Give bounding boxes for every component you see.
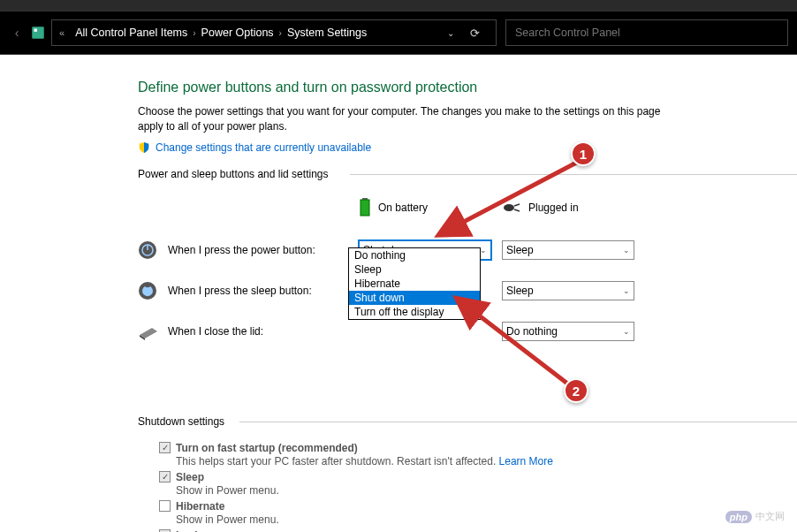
power-button-icon xyxy=(138,240,157,260)
breadcrumb-item[interactable]: System Settings xyxy=(287,27,367,39)
page-description: Choose the power settings that you want … xyxy=(138,104,668,134)
svg-rect-3 xyxy=(361,200,369,216)
refresh-icon[interactable]: ⟳ xyxy=(470,27,480,40)
breadcrumb-item[interactable]: All Control Panel Items xyxy=(75,27,187,39)
checkbox-description: This helps start your PC faster after sh… xyxy=(176,455,797,467)
main-content: Define power buttons and turn on passwor… xyxy=(0,55,797,532)
select-sleep-plugged[interactable]: Sleep⌄ xyxy=(502,281,634,300)
row-power-button: When I press the power button: xyxy=(136,230,348,270)
dropdown-option[interactable]: Do nothing xyxy=(349,248,480,262)
watermark-text: 中文网 xyxy=(755,510,785,523)
chevron-down-icon: ⌄ xyxy=(623,286,630,295)
search-input[interactable] xyxy=(515,27,778,39)
back-button[interactable]: ‹ xyxy=(9,26,25,40)
row-close-lid: When I close the lid: xyxy=(136,311,348,352)
chevron-down-icon: ⌄ xyxy=(623,327,630,336)
checkbox-label: Sleep xyxy=(176,471,204,483)
dropdown-option-selected[interactable]: Shut down xyxy=(349,291,480,305)
dropdown-option[interactable]: Hibernate xyxy=(349,277,480,291)
checkbox-label: Turn on fast startup (recommended) xyxy=(176,442,358,454)
plug-icon xyxy=(502,201,521,214)
dropdown-option[interactable]: Sleep xyxy=(349,262,480,277)
row-sleep-button: When I press the sleep button: xyxy=(136,270,348,311)
checkbox-description: Show in Power menu. xyxy=(176,484,797,497)
search-box[interactable] xyxy=(505,19,788,46)
checkbox-label: Hibernate xyxy=(176,500,224,513)
svg-point-4 xyxy=(504,204,514,211)
sleep-button-icon xyxy=(138,281,157,300)
breadcrumb-chevrons-icon: « xyxy=(59,27,65,38)
watermark-brand: php xyxy=(725,511,752,523)
change-settings-link-row: Change settings that are currently unava… xyxy=(138,141,797,154)
chevron-down-icon: ⌄ xyxy=(623,246,630,255)
dropdown-chevron-icon[interactable]: ⌄ xyxy=(447,28,454,38)
column-on-battery: On battery xyxy=(359,194,491,230)
laptop-lid-icon xyxy=(136,323,159,340)
breadcrumb[interactable]: « All Control Panel Items › Power Option… xyxy=(51,19,497,46)
dropdown-option[interactable]: Turn off the display xyxy=(349,305,480,319)
annotation-callout-2: 2 xyxy=(564,378,588,403)
battery-icon xyxy=(359,198,371,217)
checkbox-fast-startup[interactable]: ✓ xyxy=(159,442,171,453)
chevron-right-icon: › xyxy=(279,28,282,38)
checkbox-label: Lock xyxy=(176,529,201,532)
power-button-battery-dropdown[interactable]: Do nothing Sleep Hibernate Shut down Tur… xyxy=(348,247,481,320)
learn-more-link[interactable]: Learn More xyxy=(499,455,553,467)
section-shutdown-settings: Shutdown settings xyxy=(138,415,797,428)
checkbox-sleep[interactable]: ✓ xyxy=(159,471,171,483)
address-bar: ‹ « All Control Panel Items › Power Opti… xyxy=(0,11,797,55)
select-lid-plugged[interactable]: Do nothing⌄ xyxy=(502,322,634,341)
page-title: Define power buttons and turn on passwor… xyxy=(138,80,797,95)
shield-icon xyxy=(138,141,150,154)
control-panel-icon xyxy=(30,25,46,41)
watermark: php 中文网 xyxy=(725,510,785,523)
change-settings-link[interactable]: Change settings that are currently unava… xyxy=(156,141,371,154)
svg-rect-0 xyxy=(32,27,44,39)
window-titlebar xyxy=(0,0,797,11)
checkbox-description: Show in Power menu. xyxy=(176,513,797,526)
select-power-plugged[interactable]: Sleep⌄ xyxy=(502,240,634,260)
section-power-buttons: Power and sleep buttons and lid settings xyxy=(138,168,797,180)
chevron-right-icon: › xyxy=(193,28,195,38)
chevron-down-icon: ⌄ xyxy=(480,246,487,255)
annotation-callout-1: 1 xyxy=(571,141,596,166)
checkbox-hibernate[interactable] xyxy=(159,500,171,512)
breadcrumb-item[interactable]: Power Options xyxy=(201,27,274,39)
svg-rect-1 xyxy=(34,29,37,32)
column-plugged-in: Plugged in xyxy=(502,198,634,226)
